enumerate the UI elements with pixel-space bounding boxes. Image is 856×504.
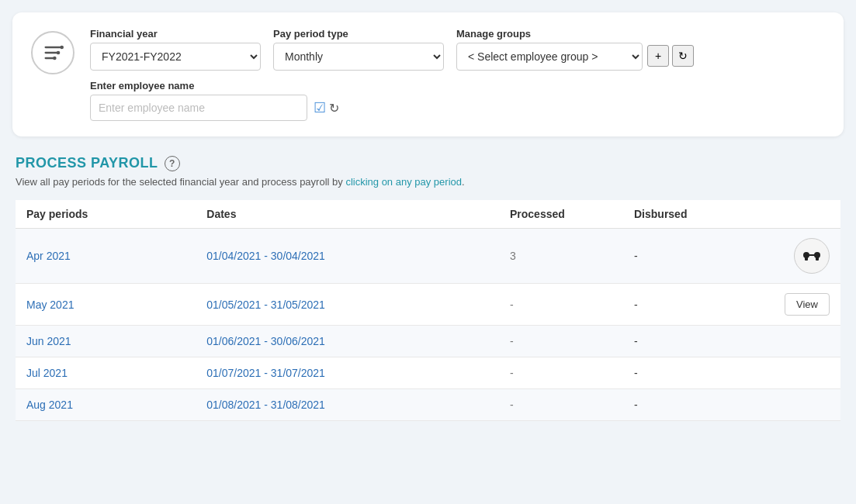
svg-rect-10 [816,257,819,261]
dates-cell: 01/06/2021 - 30/06/2021 [196,326,499,357]
pay-period-cell: Jul 2021 [16,357,196,389]
dates-cell: 01/07/2021 - 31/07/2021 [196,357,499,389]
filter-card: Financial year FY2021-FY2022 FY2020-FY20… [12,12,844,136]
action-cell [747,326,840,357]
dates-cell: 01/08/2021 - 31/08/2021 [196,389,499,421]
financial-year-label: Financial year [90,28,261,40]
action-cell [747,229,840,284]
pay-period-cell: Aug 2021 [16,389,196,421]
action-cell [747,357,840,389]
process-payroll-section: PROCESS PAYROLL ? View all pay periods f… [12,155,844,421]
disbursed-cell: - [623,284,747,326]
manage-groups-label: Manage groups [456,28,694,40]
svg-rect-8 [809,254,815,256]
refresh-group-button[interactable]: ↻ [672,45,694,67]
th-dates: Dates [196,200,499,229]
filter-top-row: Financial year FY2021-FY2022 FY2020-FY20… [90,28,825,71]
th-processed: Processed [499,200,623,229]
action-cell [747,389,840,421]
processed-cell: - [499,284,623,326]
th-pay-periods: Pay periods [16,200,196,229]
svg-point-5 [60,46,64,50]
pay-period-type-select[interactable]: Monthly Weekly Fortnightly [273,43,444,71]
pay-period-link[interactable]: clicking on any pay period [345,176,462,188]
financial-year-select[interactable]: FY2021-FY2022 FY2020-FY2021 FY2019-FY202… [90,43,261,71]
employee-refresh-icon[interactable]: ↻ [329,101,339,116]
manage-groups-group: Manage groups < Select employee group > … [456,28,694,71]
svg-point-3 [57,51,61,55]
filter-fields: Financial year FY2021-FY2022 FY2020-FY20… [90,28,825,121]
pay-period-type-group: Pay period type Monthly Weekly Fortnight… [273,28,444,71]
binocular-button[interactable] [794,238,830,274]
table-row[interactable]: Jun 202101/06/2021 - 30/06/2021-- [16,326,840,357]
processed-cell: - [499,389,623,421]
th-disbursed: Disbursed [623,200,747,229]
employee-name-label: Enter employee name [90,80,825,91]
help-icon[interactable]: ? [165,156,180,171]
employee-name-input[interactable] [90,95,307,121]
action-cell: View [747,284,840,326]
employee-name-section: Enter employee name ☑ ↻ [90,80,825,121]
add-group-button[interactable]: + [647,45,669,67]
pay-period-cell: Apr 2021 [16,229,196,284]
employee-name-row: ☑ ↻ [90,95,825,121]
table-row[interactable]: Apr 202101/04/2021 - 30/04/20213- [16,229,840,284]
pay-period-type-label: Pay period type [273,28,444,40]
table-header: Pay periods Dates Processed Disbursed [16,200,840,229]
table-row[interactable]: Aug 202101/08/2021 - 31/08/2021-- [16,389,840,421]
disbursed-cell: - [623,229,747,284]
process-payroll-subtitle: View all pay periods for the selected fi… [16,176,840,188]
table-row[interactable]: May 202101/05/2021 - 31/05/2021--View [16,284,840,326]
svg-rect-9 [805,257,808,261]
process-payroll-title-row: PROCESS PAYROLL ? [16,155,840,171]
employee-check-icon[interactable]: ☑ [314,99,326,116]
dates-cell: 01/05/2021 - 31/05/2021 [196,284,499,326]
manage-groups-select[interactable]: < Select employee group > [456,43,643,71]
processed-cell: 3 [499,229,623,284]
employee-check-refresh: ☑ ↻ [314,99,339,116]
processed-cell: - [499,357,623,389]
process-payroll-title: PROCESS PAYROLL [16,155,158,171]
filter-icon-button[interactable] [31,31,75,74]
dates-cell: 01/04/2021 - 30/04/2021 [196,229,499,284]
svg-point-4 [53,57,57,60]
pay-period-cell: Jun 2021 [16,326,196,357]
pay-period-cell: May 2021 [16,284,196,326]
table-body: Apr 202101/04/2021 - 30/04/20213- May 20… [16,229,840,421]
disbursed-cell: - [623,357,747,389]
financial-year-group: Financial year FY2021-FY2022 FY2020-FY20… [90,28,261,71]
group-action-buttons: + ↻ [647,45,694,67]
disbursed-cell: - [623,326,747,357]
th-action [747,200,840,229]
view-button[interactable]: View [785,293,830,316]
table-row[interactable]: Jul 202101/07/2021 - 31/07/2021-- [16,357,840,389]
payroll-table: Pay periods Dates Processed Disbursed Ap… [16,200,840,421]
disbursed-cell: - [623,389,747,421]
processed-cell: - [499,326,623,357]
